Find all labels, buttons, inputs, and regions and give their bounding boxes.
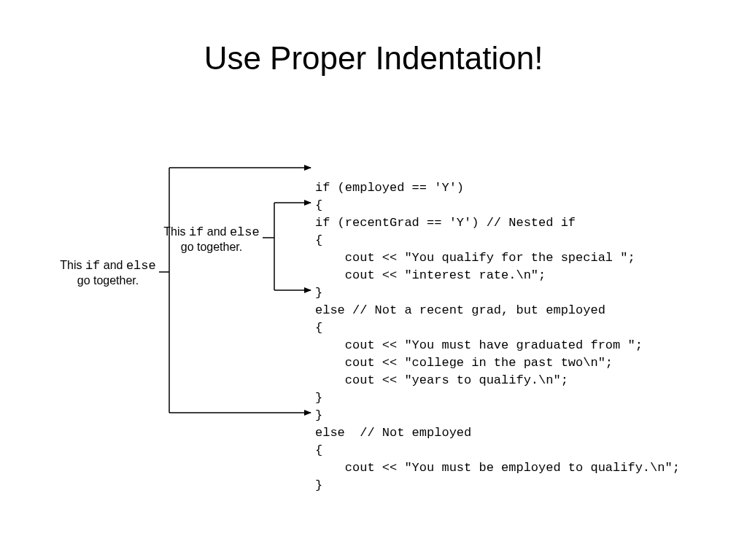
code-keyword-else: else: [230, 225, 260, 239]
code-line: cout << "interest rate.\n";: [315, 268, 546, 282]
outer-bracket-icon: [159, 168, 311, 413]
note-text: and: [100, 259, 126, 271]
code-line: {: [315, 198, 322, 212]
code-line: cout << "You qualify for the special ";: [315, 251, 635, 265]
code-line: cout << "years to qualify.\n";: [315, 373, 568, 387]
code-line: cout << "You must have graduated from ";: [315, 338, 643, 352]
note-text: and: [204, 225, 230, 238]
code-line: cout << "college in the past two\n";: [315, 356, 613, 370]
code-line: if (recentGrad == 'Y') // Nested if: [315, 216, 576, 230]
code-line: {: [315, 443, 322, 457]
code-line: else // Not employed: [315, 426, 471, 440]
code-line: else // Not a recent grad, but employed: [315, 303, 605, 317]
slide-title: Use Proper Indentation!: [0, 40, 747, 77]
code-block: if (employed == 'Y') { if (recentGrad ==…: [315, 162, 680, 494]
code-line: }: [315, 478, 322, 492]
note-text: go together.: [77, 274, 139, 287]
code-line: cout << "You must be employed to qualify…: [315, 461, 680, 475]
code-keyword-if: if: [189, 225, 204, 239]
code-keyword-if: if: [85, 259, 100, 273]
note-text: This: [163, 225, 189, 238]
code-line: }: [315, 408, 322, 422]
code-line: {: [315, 233, 322, 247]
note-text: go together.: [181, 241, 243, 253]
code-line: }: [315, 391, 322, 405]
code-line: if (employed == 'Y'): [315, 181, 464, 195]
slide: Use Proper Indentation! This if and else…: [0, 0, 747, 560]
inner-bracket-icon: [263, 203, 311, 290]
code-line: {: [315, 321, 322, 335]
note-text: This: [60, 259, 85, 271]
code-line: }: [315, 286, 322, 300]
inner-if-else-note: This if and else go together.: [160, 225, 263, 254]
code-keyword-else: else: [126, 259, 156, 273]
outer-if-else-note: This if and else go together.: [57, 258, 159, 288]
